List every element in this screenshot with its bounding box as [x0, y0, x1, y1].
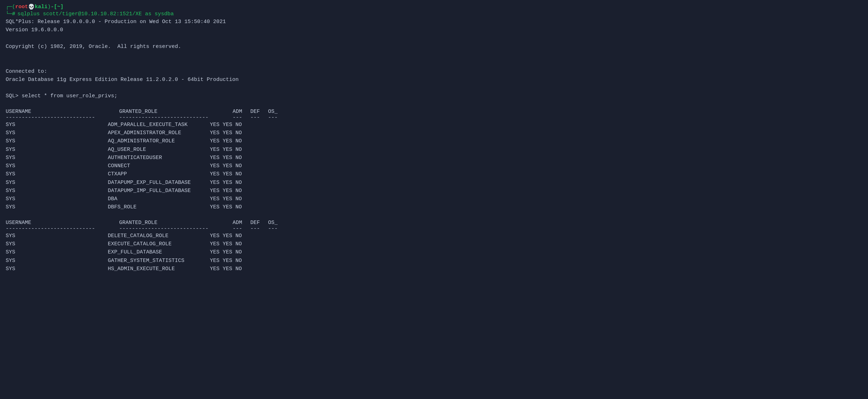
- terminal-window: ┌─ ( root 💀 kali ) -[~] └─ # sqlplus sco…: [0, 0, 868, 277]
- table-row: SYS EXP_FULL_DATABASE YES YES NO: [6, 248, 862, 256]
- table-row: SYS DATAPUMP_EXP_FULL_DATABASE YES YES N…: [6, 179, 862, 187]
- table-row: SYS DBA YES YES NO: [6, 195, 862, 203]
- sep2-def: ---: [250, 226, 268, 232]
- table-row: SYS DELETE_CATALOG_ROLE YES YES NO: [6, 232, 862, 240]
- sep2-granted: ----------------------------: [119, 226, 233, 232]
- prompt-bracket-close: ): [48, 4, 51, 10]
- table-row: SYS GATHER_SYSTEM_STATISTICS YES YES NO: [6, 257, 862, 265]
- sqlplus-db-info: Oracle Database 11g Express Edition Rele…: [6, 76, 862, 84]
- sqlplus-connected-label: Connected to:: [6, 67, 862, 76]
- sqlplus-output-line4: Copyright (c) 1982, 2019, Oracle. All ri…: [6, 43, 862, 51]
- col-os-header-2: OS_: [268, 220, 286, 226]
- sqlplus-output-line1: SQL*Plus: Release 19.0.0.0.0 - Productio…: [6, 18, 862, 26]
- prompt-host: kali: [35, 4, 48, 10]
- prompt-line-2: └─ # sqlplus scott/tiger@10.10.10.82:152…: [6, 11, 862, 17]
- sqlplus-output-line2: Version 19.6.0.0.0: [6, 26, 862, 34]
- table-row: SYS AQ_ADMINISTRATOR_ROLE YES YES NO: [6, 137, 862, 145]
- table-row: SYS DATAPUMP_IMP_FULL_DATABASE YES YES N…: [6, 187, 862, 195]
- table-separator-row-1: ----------------------------------------…: [6, 115, 862, 121]
- sep2-username: ----------------------------: [6, 226, 119, 232]
- sep-def: ---: [250, 115, 268, 121]
- table-row: SYS AUTHENTICATEDUSER YES YES NO: [6, 154, 862, 162]
- blank-between-sections: [6, 212, 862, 220]
- sqlplus-output-line3: [6, 34, 862, 43]
- col-granted-header-2: GRANTED_ROLE: [119, 220, 233, 226]
- col-adm-header-2: ADM: [233, 220, 250, 226]
- sep2-adm: ---: [233, 226, 250, 232]
- sql-query-line: SQL> select * from user_role_privs;: [6, 92, 862, 100]
- table-header-row-2: USERNAMEGRANTED_ROLEADMDEFOS_: [6, 220, 862, 226]
- sqlplus-output-line6: [6, 59, 862, 67]
- sep-adm: ---: [233, 115, 250, 121]
- prompt-bracket-open: (: [12, 4, 15, 10]
- table-row: SYS AQ_USER_ROLE YES YES NO: [6, 146, 862, 154]
- col-username-header: USERNAME: [6, 109, 119, 115]
- sep-username: ----------------------------: [6, 115, 119, 121]
- command-text: sqlplus scott/tiger@10.10.10.82:1521/XE …: [17, 11, 174, 17]
- col-granted-header: GRANTED_ROLE: [119, 109, 233, 115]
- col-adm-header: ADM: [233, 109, 250, 115]
- table-row: SYS HS_ADMIN_EXECUTE_ROLE YES YES NO: [6, 265, 862, 273]
- prompt-skull-icon: 💀: [28, 4, 35, 10]
- col-def-header-2: DEF: [250, 220, 268, 226]
- prompt-path: -[~]: [51, 4, 63, 10]
- table-row: SYS ADM_PARALLEL_EXECUTE_TASK YES YES NO: [6, 121, 862, 129]
- sep-granted: ----------------------------: [119, 115, 233, 121]
- prompt-hash: #: [12, 11, 15, 17]
- table-rows-section-1: SYS ADM_PARALLEL_EXECUTE_TASK YES YES NO…: [6, 121, 862, 212]
- sep2-os: ---: [268, 226, 286, 232]
- col-def-header: DEF: [250, 109, 268, 115]
- table-row: SYS CTXAPP YES YES NO: [6, 170, 862, 178]
- blank-before-table: [6, 100, 862, 109]
- table-row: SYS CONNECT YES YES NO: [6, 162, 862, 170]
- prompt-line-1: ┌─ ( root 💀 kali ) -[~]: [6, 4, 862, 10]
- col-username-header-2: USERNAME: [6, 220, 119, 226]
- sep-os: ---: [268, 115, 286, 121]
- table-separator-row-2: ----------------------------------------…: [6, 226, 862, 232]
- sqlplus-output-line5: [6, 51, 862, 59]
- table-rows-section-2: SYS DELETE_CATALOG_ROLE YES YES NOSYS EX…: [6, 232, 862, 273]
- col-os-header: OS_: [268, 109, 286, 115]
- prompt-line-connector: └─: [6, 11, 12, 17]
- sqlplus-blank: [6, 84, 862, 92]
- table-row: SYS EXECUTE_CATALOG_ROLE YES YES NO: [6, 240, 862, 248]
- table-row: SYS APEX_ADMINISTRATOR_ROLE YES YES NO: [6, 129, 862, 137]
- prompt-dash: ┌─: [6, 4, 12, 10]
- prompt-user: root: [15, 4, 28, 10]
- table-header-row-1: USERNAMEGRANTED_ROLEADMDEFOS_: [6, 109, 862, 115]
- table-row: SYS DBFS_ROLE YES YES NO: [6, 203, 862, 211]
